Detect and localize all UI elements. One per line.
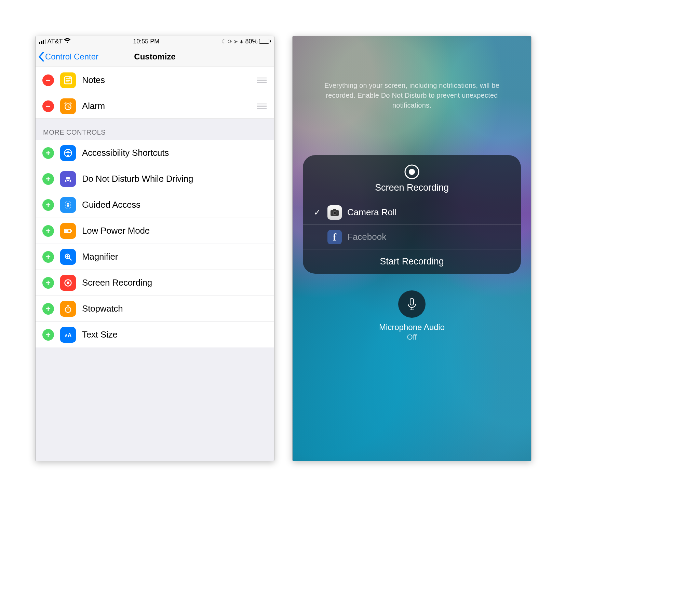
wifi-icon	[64, 38, 71, 45]
destination-label: Facebook	[347, 232, 386, 242]
svg-point-22	[334, 212, 336, 214]
location-icon: ➤	[233, 38, 238, 45]
add-button[interactable]: +	[42, 303, 54, 315]
row-label: Magnifier	[82, 251, 118, 262]
add-button[interactable]: +	[42, 329, 54, 341]
more-row-accessibility-shortcuts[interactable]: + Accessibility Shortcuts	[36, 140, 274, 166]
moon-icon: ☾	[221, 38, 226, 45]
checkmark-icon: ✓	[312, 208, 322, 217]
row-label: Notes	[82, 75, 105, 85]
settings-screen: AT&T 10:55 PM ☾ ⟳ ➤ ∗ 80% Control Center…	[35, 36, 274, 461]
more-row-dnd-driving[interactable]: + Do Not Disturb While Driving	[36, 166, 274, 192]
svg-point-3	[67, 150, 69, 152]
screen-recording-icon	[60, 275, 76, 291]
add-button[interactable]: +	[42, 251, 54, 263]
orientation-lock-icon: ⟳	[228, 38, 232, 45]
add-button[interactable]: +	[42, 225, 54, 237]
camera-roll-icon	[327, 205, 342, 220]
card-title: Screen Recording	[303, 182, 521, 193]
nav-bar: Control Center Customize	[36, 46, 274, 67]
more-row-screen-recording[interactable]: + Screen Recording	[36, 270, 274, 296]
carrier-label: AT&T	[48, 38, 63, 45]
accessibility-icon	[60, 145, 76, 161]
screen-recording-card: Screen Recording ✓ Camera Roll f Faceboo…	[303, 155, 521, 274]
microphone-toggle-button[interactable]	[398, 290, 426, 318]
included-row-alarm[interactable]: − Alarm	[36, 93, 274, 119]
card-header: Screen Recording	[303, 155, 521, 200]
bluetooth-icon: ∗	[239, 38, 244, 45]
row-label: Alarm	[82, 101, 105, 111]
svg-point-5	[69, 180, 70, 181]
row-label: Stopwatch	[82, 303, 123, 314]
more-row-stopwatch[interactable]: + Stopwatch	[36, 296, 274, 321]
add-button[interactable]: +	[42, 173, 54, 185]
included-controls-group: − Notes − Alarm	[36, 67, 274, 119]
stopwatch-icon	[60, 301, 76, 317]
microphone-label: Microphone Audio	[293, 323, 531, 332]
more-row-guided-access[interactable]: + Guided Access	[36, 192, 274, 218]
remove-button[interactable]: −	[42, 100, 54, 112]
add-button[interactable]: +	[42, 277, 54, 289]
back-button[interactable]: Control Center	[36, 52, 98, 61]
microphone-section: Microphone Audio Off	[293, 290, 531, 342]
text-size-icon: AA	[60, 327, 76, 343]
microphone-icon	[406, 297, 418, 311]
more-controls-header: MORE CONTROLS	[36, 119, 274, 140]
more-controls-group: + Accessibility Shortcuts + Do Not Distu…	[36, 140, 274, 347]
add-button[interactable]: +	[42, 147, 54, 159]
svg-rect-9	[65, 230, 68, 232]
row-label: Screen Recording	[82, 277, 152, 288]
more-row-magnifier[interactable]: + Magnifier	[36, 244, 274, 270]
battery-icon	[259, 39, 271, 44]
row-label: Do Not Disturb While Driving	[82, 174, 193, 184]
destination-label: Camera Roll	[347, 207, 397, 218]
microphone-state: Off	[293, 333, 531, 342]
svg-rect-7	[67, 204, 69, 206]
svg-rect-23	[410, 298, 414, 305]
svg-point-13	[67, 281, 69, 284]
row-label: Low Power Mode	[82, 225, 150, 236]
facebook-icon: f	[327, 230, 342, 244]
screen-recording-popup-screen: Everything on your screen, including not…	[292, 36, 531, 461]
svg-point-4	[66, 180, 67, 181]
drag-handle-icon[interactable]	[257, 78, 267, 83]
low-power-icon	[60, 223, 76, 239]
row-label: Text Size	[82, 329, 118, 340]
drag-handle-icon[interactable]	[257, 104, 267, 109]
start-recording-button[interactable]: Start Recording	[303, 249, 521, 274]
battery-pct: 80%	[245, 38, 257, 45]
record-icon	[404, 164, 420, 180]
remove-button[interactable]: −	[42, 74, 54, 86]
svg-text:A: A	[68, 332, 72, 338]
status-bar: AT&T 10:55 PM ☾ ⟳ ➤ ∗ 80%	[36, 36, 274, 46]
blurred-background: Everything on your screen, including not…	[293, 36, 531, 461]
notes-icon	[60, 72, 76, 88]
svg-text:A: A	[65, 333, 68, 337]
destination-camera-roll[interactable]: ✓ Camera Roll	[303, 200, 521, 224]
more-row-text-size[interactable]: + AA Text Size	[36, 321, 274, 347]
clock-label: 10:55 PM	[133, 38, 159, 45]
svg-rect-10	[71, 230, 72, 232]
row-label: Accessibility Shortcuts	[82, 148, 169, 158]
included-row-notes[interactable]: − Notes	[36, 67, 274, 93]
guided-access-icon	[60, 197, 76, 213]
recording-disclaimer: Everything on your screen, including not…	[317, 81, 507, 110]
destination-facebook[interactable]: f Facebook	[303, 224, 521, 249]
svg-rect-20	[333, 209, 336, 211]
row-label: Guided Access	[82, 200, 140, 210]
add-button[interactable]: +	[42, 199, 54, 211]
chevron-left-icon	[38, 52, 44, 61]
magnifier-icon	[60, 249, 76, 265]
cell-signal-icon	[39, 39, 46, 44]
alarm-icon	[60, 98, 76, 114]
more-row-low-power[interactable]: + Low Power Mode	[36, 218, 274, 244]
svg-point-18	[409, 169, 415, 175]
car-icon	[60, 171, 76, 187]
